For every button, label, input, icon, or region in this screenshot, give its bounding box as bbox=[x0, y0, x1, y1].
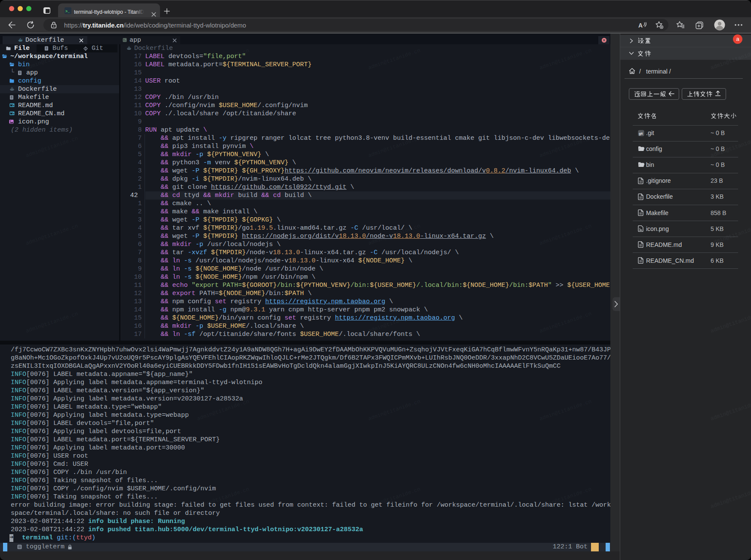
svg-text:>_: >_ bbox=[65, 9, 70, 14]
svg-text:git: git bbox=[639, 131, 643, 135]
svg-text:A: A bbox=[638, 22, 643, 29]
